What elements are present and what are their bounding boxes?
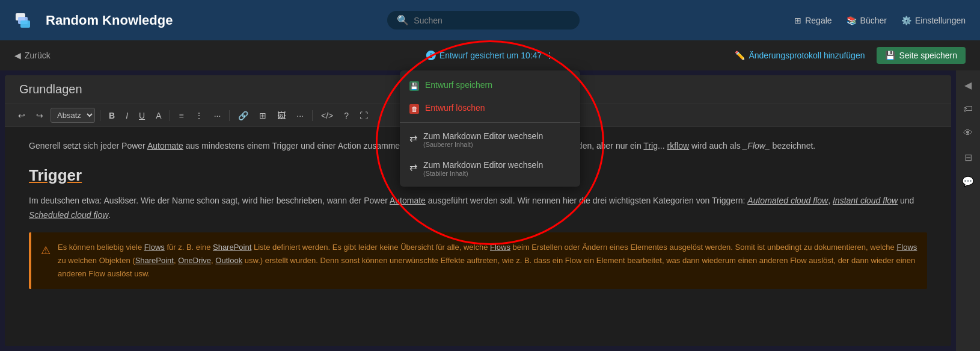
einstellungen-label: Einstellungen [915,16,966,25]
buecher-label: Bücher [860,16,887,25]
dropdown-divider-1 [400,122,580,123]
toolbar-separator-4 [312,110,313,121]
top-nav: Random Knowledge 🔍 ⊞ Regale 📚 Bücher ⚙️ … [0,0,980,40]
toolbar-separator-3 [229,110,230,121]
nav-actions: ⊞ Regale 📚 Bücher ⚙️ Einstellungen [794,16,966,25]
app-title: Random Knowledge [46,13,173,28]
back-button[interactable]: ◀ Zurück [14,51,51,60]
svg-rect-2 [20,20,30,28]
switch-icon-2: ⇄ [409,161,417,173]
search-bar: 🔍 [182,11,785,30]
automated-link[interactable]: Automated cloud flow [747,196,828,205]
trigger-text: Im deutschen etwa: Auslöser. Wie der Nam… [29,194,927,223]
flows-link-1[interactable]: Flows [144,243,165,252]
more-list-button[interactable]: ··· [210,108,225,123]
app-logo: Random Knowledge [14,8,173,33]
changelog-icon: ✏️ [735,51,745,60]
entwurf-loeschen-item[interactable]: 🗑 Entwurf löschen [400,97,580,120]
einstellungen-icon: ⚙️ [901,16,911,25]
markdown-stable-label: Zum Markdown Editor wechseln [423,160,543,170]
switch-icon-1: ⇄ [409,132,417,144]
buecher-icon: 📚 [847,16,857,25]
automate-link-1[interactable]: Automate [147,141,183,151]
flows-link-3[interactable]: Flows [896,243,917,252]
flow-link[interactable]: rkflow [667,141,690,151]
onedrive-link[interactable]: OneDrive [178,256,211,265]
markdown-clean-label: Zum Markdown Editor wechseln [423,131,543,141]
markdown-stable-group: Zum Markdown Editor wechseln (Stabiler I… [423,160,543,177]
draft-more-icon: ⋮ [545,51,554,60]
image-button[interactable]: 🖼 [274,108,289,123]
sidebar-eye-button[interactable]: 👁 [958,123,978,143]
buecher-nav-item[interactable]: 📚 Bücher [847,16,887,25]
markdown-clean-subtitle: (Sauberer Inhalt) [423,141,543,148]
toolbar-separator-1 [100,110,100,121]
link-button[interactable]: 🔗 [234,108,252,123]
back-label: Zurück [25,51,51,60]
bold-button[interactable]: B [105,108,118,123]
draft-dropdown-menu: 💾 Entwurf speichern 🗑 Entwurf löschen ⇄ … [400,70,580,187]
scheduled-link[interactable]: Scheduled cloud flow [29,210,108,220]
flows-link-2[interactable]: Flows [490,243,510,252]
save-label: Seite speichern [899,51,957,60]
save-icon: 💾 [885,51,895,60]
logo-icon [14,8,38,33]
sidebar-layout-button[interactable]: ⊟ [958,148,978,167]
code-button[interactable]: </> [317,108,337,123]
search-input[interactable] [414,16,570,25]
table-button[interactable]: ⊞ [256,108,270,123]
sharepoint-link-1[interactable]: SharePoint [213,243,251,252]
markdown-stable-item[interactable]: ⇄ Zum Markdown Editor wechseln (Stabiler… [400,154,580,183]
sharepoint-link-2[interactable]: SharePoint [135,256,174,265]
markdown-clean-group: Zum Markdown Editor wechseln (Sauberer I… [423,131,543,148]
entwurf-speichern-label: Entwurf speichern [425,80,492,90]
underline-button[interactable]: U [135,108,149,123]
sidebar-comment-button[interactable]: 💬 [958,172,978,191]
unordered-list-button[interactable]: ≡ [175,108,187,123]
entwurf-loeschen-label: Entwurf löschen [425,103,485,113]
draft-status[interactable]: ℹ Entwurf gesichert um 10:47 ⋮ [426,51,554,60]
sidebar-collapse-button[interactable]: ◀ [958,75,978,95]
search-icon: 🔍 [397,14,409,26]
second-bar: ◀ Zurück ℹ Entwurf gesichert um 10:47 ⋮ … [0,40,980,70]
changelog-button[interactable]: ✏️ Änderungsprotokoll hinzufügen [735,51,865,60]
draft-label: Entwurf gesichert um 10:47 [439,51,542,60]
italic-button[interactable]: I [122,108,132,123]
trigger-link[interactable]: Trig [643,141,658,151]
back-arrow-icon: ◀ [14,51,21,60]
delete-draft-icon: 🗑 [409,104,419,114]
warning-icon: ⚠ [41,242,51,259]
fullscreen-button[interactable]: ⛶ [356,108,372,123]
right-sidebar: ◀ 🏷 👁 ⊟ 💬 [956,70,980,351]
instant-link[interactable]: Instant cloud flow [833,196,898,205]
sidebar-tag-button[interactable]: 🏷 [958,99,978,119]
toolbar-separator-2 [170,110,170,121]
markdown-stable-subtitle: (Stabiler Inhalt) [423,170,543,177]
draft-icon: ℹ [426,51,436,60]
warning-box: ⚠ Es können beliebig viele Flows für z. … [29,232,927,289]
regale-icon: ⊞ [794,16,801,25]
warning-text: Es können beliebig viele Flows für z. B.… [58,241,917,281]
help-button[interactable]: ? [340,108,352,123]
style-select[interactable]: Absatz [51,108,95,123]
more-insert-button[interactable]: ··· [293,108,307,123]
regale-label: Regale [805,16,831,25]
entwurf-speichern-item[interactable]: 💾 Entwurf speichern [400,74,580,97]
ordered-list-button[interactable]: ⋮ [191,108,207,123]
automate-link-2[interactable]: Automate [390,196,426,205]
search-input-wrapper: 🔍 [387,11,580,30]
undo-button[interactable]: ↩ [14,108,29,123]
einstellungen-nav-item[interactable]: ⚙️ Einstellungen [901,16,966,25]
markdown-clean-item[interactable]: ⇄ Zum Markdown Editor wechseln (Sauberer… [400,125,580,154]
changelog-label: Änderungsprotokoll hinzufügen [749,51,865,60]
redo-button[interactable]: ↪ [32,108,47,123]
save-draft-icon: 💾 [409,81,419,91]
outlook-link[interactable]: Outlook [215,256,242,265]
font-button[interactable]: A [152,108,165,123]
regale-nav-item[interactable]: ⊞ Regale [794,16,831,25]
save-page-button[interactable]: 💾 Seite speichern [877,47,966,64]
second-bar-right: ✏️ Änderungsprotokoll hinzufügen 💾 Seite… [735,47,966,64]
